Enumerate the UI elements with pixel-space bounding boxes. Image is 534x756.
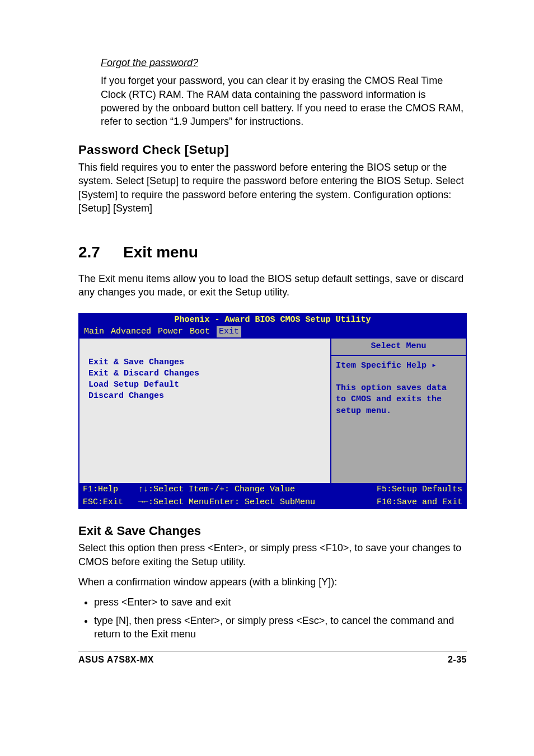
- exit-save-confirm-line: When a confirmation window appears (with…: [78, 575, 467, 589]
- section-heading-exit-menu: 2.7Exit menu: [78, 242, 467, 263]
- bios-tab-advanced: Advanced: [111, 326, 151, 337]
- bios-footer-2: ESC:Exit →←:Select Menu Enter: Select Su…: [78, 497, 467, 509]
- exit-save-body: Select this option then press <Enter>, o…: [78, 541, 467, 569]
- bios-help-line1: Item Specific Help ▸: [336, 361, 437, 370]
- bios-body: Exit & Save Changes Exit & Discard Chang…: [78, 339, 467, 484]
- bios-title: Phoenix - Award BIOS CMOS Setup Utility: [78, 313, 467, 326]
- bios-screen: Phoenix - Award BIOS CMOS Setup Utility …: [78, 313, 467, 509]
- bios-item-exit-discard: Exit & Discard Changes: [88, 369, 199, 378]
- password-check-body: This field requires you to enter the pas…: [78, 161, 467, 215]
- exit-save-heading: Exit & Save Changes: [78, 523, 467, 539]
- exit-save-bullet-2: type [N], then press <Enter>, or simply …: [94, 614, 467, 641]
- footer-product: ASUS A7S8X-MX: [78, 654, 154, 666]
- bios-footer-col3: F5:Setup Defaults: [336, 484, 462, 495]
- exit-save-bullet-1: press <Enter> to save and exit: [94, 595, 467, 609]
- bios-footer-col1b: ESC:Exit →←:Select Menu: [83, 497, 209, 508]
- section-number: 2.7: [78, 242, 123, 263]
- exit-menu-intro: The Exit menu items allow you to load th…: [78, 272, 467, 299]
- bios-tab-main: Main: [84, 326, 104, 337]
- bios-item-discard: Discard Changes: [88, 391, 164, 401]
- bios-footer: F1:Help ↑↓:Select Item -/+: Change Value…: [78, 484, 467, 496]
- bios-left-pane: Exit & Save Changes Exit & Discard Chang…: [79, 339, 331, 483]
- bios-menubar: Main Advanced Power Boot Exit: [78, 326, 467, 339]
- bios-right-pane: Select Menu Item Specific Help ▸ This op…: [331, 339, 466, 483]
- bios-tab-boot: Boot: [190, 326, 210, 337]
- section-title: Exit menu: [123, 243, 198, 261]
- exit-save-bullets: press <Enter> to save and exit type [N],…: [78, 595, 467, 641]
- footer-page-number: 2-35: [448, 654, 467, 666]
- forgot-password-body: If you forget your password, you can cle…: [101, 74, 467, 128]
- bios-footer-col3b: F10:Save and Exit: [336, 497, 462, 508]
- page-footer: ASUS A7S8X-MX 2-35: [78, 651, 467, 666]
- bios-item-exit-save: Exit & Save Changes: [88, 358, 184, 367]
- bios-footer-col2: -/+: Change Value: [209, 484, 336, 495]
- bios-help-text: This option saves data to CMOS and exits…: [336, 383, 452, 416]
- bios-help-title: Select Menu: [331, 339, 466, 355]
- bios-tab-power: Power: [158, 326, 183, 337]
- bios-item-load-default: Load Setup Default: [88, 380, 179, 389]
- password-check-heading: Password Check [Setup]: [78, 142, 467, 158]
- bios-footer-col2b: Enter: Select SubMenu: [209, 497, 336, 508]
- bios-tab-exit: Exit: [217, 326, 241, 337]
- bios-help-body: Item Specific Help ▸ This option saves d…: [331, 356, 466, 483]
- forgot-password-heading: Forgot the password?: [101, 56, 467, 69]
- bios-footer-col1: F1:Help ↑↓:Select Item: [83, 484, 209, 495]
